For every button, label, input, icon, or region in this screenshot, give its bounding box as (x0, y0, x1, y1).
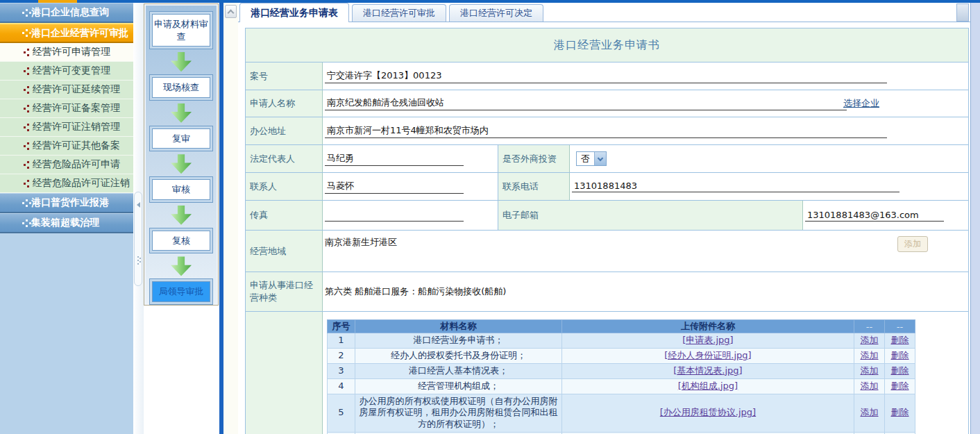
add-link[interactable]: 添加 (861, 350, 879, 360)
down-arrow-icon (171, 52, 192, 72)
delete-link[interactable]: 删除 (891, 335, 909, 345)
attachment-file-link[interactable]: [经办人身份证明.jpg] (664, 350, 751, 360)
submenu-arrow-icon (24, 108, 26, 110)
tab-label: 港口经营许可审批 (363, 7, 435, 19)
main-scrollbar[interactable] (223, 3, 238, 434)
attachment-file-link[interactable]: [基本情况表.jpg] (673, 365, 742, 376)
tab-license-approval[interactable]: 港口经营许可审批 (352, 4, 446, 22)
attachments-row-label (246, 312, 323, 434)
col-header-material: 材料名称 (355, 320, 562, 333)
dropdown-button[interactable] (594, 152, 606, 165)
main-panel: 港口经营业务申请表 港口经营许可审批 港口经营许可决定 港口经营业务申请书 案号… (238, 3, 970, 434)
table-row: 1 港口经营业务申请书； [申请表.jpg] 添加 删除 (328, 333, 915, 349)
office-address-field[interactable]: 南京市新河一村11号4幢郑和农贸市场内 (325, 124, 887, 138)
right-scrollbar[interactable] (970, 3, 980, 434)
sidebar-item-license-approval[interactable]: 港口企业经营许可审批 (0, 23, 133, 43)
foreign-invest-select[interactable]: 否 (576, 151, 607, 166)
submenu-item-label: 经营许可证其他备案 (33, 140, 120, 152)
delete-link[interactable]: 删除 (891, 350, 909, 360)
workflow-step-recheck[interactable]: 复核 (149, 228, 213, 254)
legal-rep-label: 法定代表人 (246, 145, 323, 172)
add-link[interactable]: 添加 (861, 407, 879, 417)
attachment-file-link[interactable]: [机构组成.jpg] (678, 381, 738, 391)
sidebar-item-port-info-query[interactable]: 港口企业信息查询 (0, 3, 133, 23)
row-index: 2 (328, 348, 355, 363)
sidebar-subitem-license-other-record[interactable]: 经营许可证其他备案 (0, 137, 133, 156)
down-arrow-icon (171, 256, 192, 276)
workflow-step-re-review[interactable]: 复审 (149, 126, 213, 152)
add-link[interactable]: 添加 (861, 365, 879, 376)
legal-rep-field[interactable]: 马纪勇 (325, 152, 464, 166)
row-index: 1 (328, 333, 355, 349)
attachment-file-link[interactable]: [申请表.jpg] (682, 335, 733, 345)
topbar-accent (38, 0, 77, 3)
sidebar-subitem-license-renew-mgmt[interactable]: 经营许可证延续管理 (0, 81, 133, 99)
sidebar-subitem-dangerous-goods-cancel[interactable]: 经营危险品许可证注销 (0, 174, 133, 193)
workflow-step-label: 现场核查 (152, 77, 210, 98)
tabstrip-end-cap (956, 3, 969, 22)
chevron-down-icon (598, 155, 603, 160)
applicant-name-field[interactable]: 南京纪发船舶清仓残油回收站 (325, 97, 847, 110)
collapse-arrow-icon (137, 202, 140, 208)
col-header-add: -- (854, 320, 885, 333)
submenu-item-label: 经营许可证延续管理 (33, 83, 120, 96)
email-field[interactable]: 13101881483@163.com (805, 210, 944, 222)
workflow-step-application-review[interactable]: 申请及材料审查 (149, 11, 213, 49)
form-title: 港口经营业务申请书 (554, 38, 660, 53)
fax-field[interactable] (325, 210, 464, 222)
tab-label: 港口经营业务申请表 (251, 7, 338, 19)
workflow-step-label: 复审 (152, 128, 210, 149)
workflow-step-audit[interactable]: 审核 (149, 176, 213, 203)
table-row: 2 经办人的授权委托书及身份证明； [经办人身份证明.jpg] 添加 删除 (328, 348, 915, 363)
splitter-handle[interactable] (134, 192, 142, 286)
tab-business-application-form[interactable]: 港口经营业务申请表 (239, 3, 349, 22)
menu-arrow-icon (22, 32, 24, 34)
add-link[interactable]: 添加 (861, 335, 879, 345)
scroll-up-icon (228, 10, 235, 17)
top-border-bar (0, 0, 980, 3)
scroll-up-button[interactable] (225, 5, 237, 18)
tab-label: 港口经营许可决定 (460, 7, 532, 19)
material-name: 经办人的授权委托书及身份证明； (355, 348, 562, 363)
attachment-file-link[interactable]: [办公用房租赁协议.jpg] (660, 407, 756, 417)
submenu-arrow-icon (24, 126, 26, 128)
menu-arrow-icon (22, 222, 24, 224)
sidebar-subitem-license-record-mgmt[interactable]: 经营许可证备案管理 (0, 99, 133, 118)
sidebar-splitter[interactable] (133, 3, 144, 434)
workflow-panel: 申请及材料审查 现场核查 复审 审核 复核 局领导审批 (144, 3, 219, 306)
delete-link[interactable]: 删除 (891, 365, 909, 376)
sidebar-nav: 港口企业信息查询 港口企业经营许可审批 经营许可申请管理 经营许可变更管理 经营… (0, 3, 133, 434)
workflow-step-site-check[interactable]: 现场核查 (149, 74, 213, 101)
submenu-item-label: 经营许可申请管理 (33, 46, 110, 58)
down-arrow-icon (171, 103, 192, 123)
sidebar-subitem-license-cancel-mgmt[interactable]: 经营许可证注销管理 (0, 118, 133, 137)
submenu-arrow-icon (24, 145, 26, 147)
sidebar-item-label: 港口普货作业报港 (31, 197, 109, 209)
region-add-button[interactable]: 添加 (897, 236, 928, 252)
material-name: 港口经营业务申请书； (355, 333, 562, 349)
workflow-step-leader-approval[interactable]: 局领导审批 (149, 278, 213, 305)
sidebar-item-general-cargo-report[interactable]: 港口普货作业报港 (0, 193, 133, 213)
sidebar-subitem-license-apply-mgmt[interactable]: 经营许可申请管理 (0, 43, 133, 62)
tab-content: 港口经营业务申请书 案号 宁交港许字【2013】00123 申请人名称 南京纪发… (238, 22, 970, 434)
tab-license-decision[interactable]: 港口经营许可决定 (449, 4, 543, 22)
sidebar-subitem-license-change-mgmt[interactable]: 经营许可变更管理 (0, 62, 133, 81)
workflow-step-label: 局领导审批 (152, 281, 210, 302)
case-no-field[interactable]: 宁交港许字【2013】00123 (325, 69, 887, 83)
contact-phone-field[interactable]: 13101881483 (572, 181, 899, 192)
contact-person-field[interactable]: 马菱怀 (325, 180, 464, 194)
material-name: 办公用房的所有权或使用权证明（自有办公用房附房屋所有权证明，租用办公用房附租赁合… (355, 394, 562, 433)
table-row: 5 办公用房的所有权或使用权证明（自有办公用房附房屋所有权证明，租用办公用房附租… (328, 394, 915, 433)
sidebar-subitem-dangerous-goods-apply[interactable]: 经营危险品许可申请 (0, 156, 133, 174)
row-index: 5 (328, 394, 355, 433)
delete-link[interactable]: 删除 (891, 407, 909, 417)
select-company-link[interactable]: 选择企业 (843, 97, 879, 110)
add-link[interactable]: 添加 (861, 381, 879, 391)
foreign-invest-label: 是否外商投资 (498, 145, 570, 172)
grip-dots-icon (137, 256, 139, 258)
table-row: 4 经营管理机构组成； [机构组成.jpg] 添加 删除 (328, 378, 915, 394)
sidebar-item-container-overload[interactable]: 集装箱超载治理 (0, 213, 133, 233)
submenu-arrow-icon (24, 183, 26, 185)
delete-link[interactable]: 删除 (891, 381, 909, 391)
row-index: 4 (328, 378, 355, 394)
